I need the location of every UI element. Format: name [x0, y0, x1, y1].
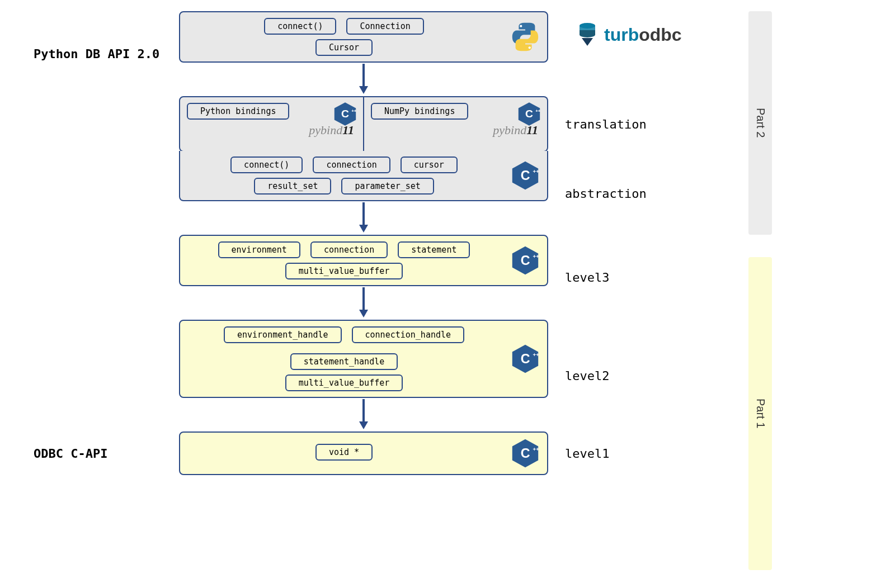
row-abstraction: connect() connection cursor result_set p…: [34, 152, 778, 235]
svg-marker-4: [359, 86, 368, 94]
chip-environment: environment: [218, 241, 300, 258]
row-level1: ODBC C-API void * C++ level1: [34, 431, 778, 475]
chip-connection-l3: connection: [310, 241, 388, 258]
svg-text:++: ++: [535, 108, 541, 113]
svg-text:C: C: [525, 108, 533, 120]
cpp-icon: C++: [509, 244, 541, 277]
chip-connection: connection: [313, 157, 390, 173]
cpp-icon: C++: [509, 159, 541, 192]
chip-parameter-set: parameter_set: [341, 178, 434, 195]
svg-text:C: C: [341, 108, 349, 120]
label-level3: level3: [565, 271, 677, 284]
svg-text:C: C: [521, 253, 530, 268]
row-translation: Python bindings C++ pybind11 NumPy bindi…: [34, 96, 778, 152]
chip-conn-handle: connection_handle: [352, 326, 465, 343]
svg-text:++: ++: [533, 253, 540, 259]
box-level2: environment_handle connection_handle sta…: [179, 320, 548, 398]
cell-python-bindings: Python bindings C++ pybind11: [179, 96, 364, 152]
svg-point-2: [529, 46, 531, 49]
box-translation: Python bindings C++ pybind11 NumPy bindi…: [179, 96, 548, 152]
cpp-icon: C++: [509, 343, 541, 375]
chip-cursor: cursor: [401, 157, 458, 173]
cpp-icon: C++: [332, 101, 359, 127]
svg-text:++: ++: [533, 168, 540, 174]
label-translation: translation: [565, 117, 677, 131]
label-odbc-capi: ODBC C-API: [34, 447, 162, 461]
cell-numpy-bindings: NumPy bindings C++ pybind11: [364, 96, 548, 152]
chip-statement: statement: [398, 241, 470, 258]
arrow-2: [179, 201, 548, 235]
chip-cursor-class: Cursor: [315, 39, 373, 56]
cpp-icon: C++: [509, 437, 541, 470]
svg-text:++: ++: [351, 108, 357, 113]
architecture-diagram: Python DB API 2.0 connect() Connection C…: [34, 11, 778, 475]
svg-text:C: C: [521, 352, 530, 366]
chip-mvb-l3: multi_value_buffer: [285, 263, 403, 279]
box-level1: void * C++: [179, 431, 548, 475]
python-icon: [509, 21, 541, 53]
chip-python-bindings: Python bindings: [187, 103, 289, 120]
svg-marker-25: [359, 421, 368, 429]
row-level2: environment_handle connection_handle sta…: [34, 320, 778, 431]
svg-marker-15: [359, 225, 368, 233]
arrow-4: [179, 398, 548, 431]
row-level3: environment connection statement multi_v…: [34, 235, 778, 320]
chip-numpy-bindings: NumPy bindings: [371, 103, 468, 120]
svg-marker-20: [359, 310, 368, 317]
chip-connection-class: Connection: [346, 18, 423, 35]
svg-text:++: ++: [533, 352, 540, 358]
svg-text:C: C: [521, 168, 530, 183]
cpp-icon: C++: [516, 101, 543, 127]
chip-void-star: void *: [315, 444, 373, 461]
chip-connect: connect(): [230, 157, 303, 173]
label-level2: level2: [565, 369, 677, 383]
svg-point-1: [520, 25, 522, 27]
svg-text:++: ++: [533, 446, 540, 452]
arrow-1: [179, 63, 548, 96]
label-python-dbapi: Python DB API 2.0: [34, 47, 162, 61]
row-dbapi: Python DB API 2.0 connect() Connection C…: [34, 11, 778, 96]
arrow-3: [179, 286, 548, 320]
label-abstraction: abstraction: [565, 187, 677, 201]
chip-env-handle: environment_handle: [224, 326, 342, 343]
svg-text:C: C: [521, 446, 530, 461]
chip-stmt-handle: statement_handle: [290, 353, 398, 370]
box-abstraction: connect() connection cursor result_set p…: [179, 151, 548, 201]
label-level1: level1: [565, 447, 677, 461]
chip-mvb-l2: multi_value_buffer: [285, 374, 403, 391]
chip-result-set: result_set: [254, 178, 331, 195]
box-level3: environment connection statement multi_v…: [179, 235, 548, 286]
chip-connect-fn: connect(): [264, 18, 336, 35]
box-dbapi: connect() Connection Cursor: [179, 11, 548, 63]
